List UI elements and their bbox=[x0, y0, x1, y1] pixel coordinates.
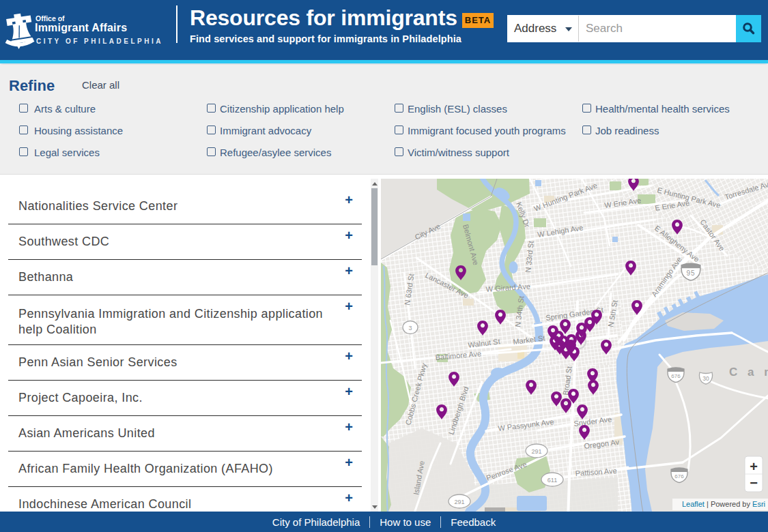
svg-text:+: + bbox=[750, 459, 758, 474]
svg-text:291: 291 bbox=[454, 499, 464, 505]
svg-text:30: 30 bbox=[702, 375, 709, 382]
svg-text:95: 95 bbox=[686, 269, 695, 277]
svg-text:676: 676 bbox=[671, 373, 681, 379]
svg-text:C a m d: C a m d bbox=[729, 366, 768, 379]
svg-text:−: − bbox=[750, 475, 758, 490]
svg-text:676: 676 bbox=[674, 473, 684, 479]
svg-text:291: 291 bbox=[531, 448, 541, 455]
svg-text:611: 611 bbox=[547, 477, 557, 484]
svg-text:3: 3 bbox=[408, 325, 412, 331]
svg-text:Leaflet | Powered by Esri: Leaflet | Powered by Esri bbox=[682, 500, 765, 508]
